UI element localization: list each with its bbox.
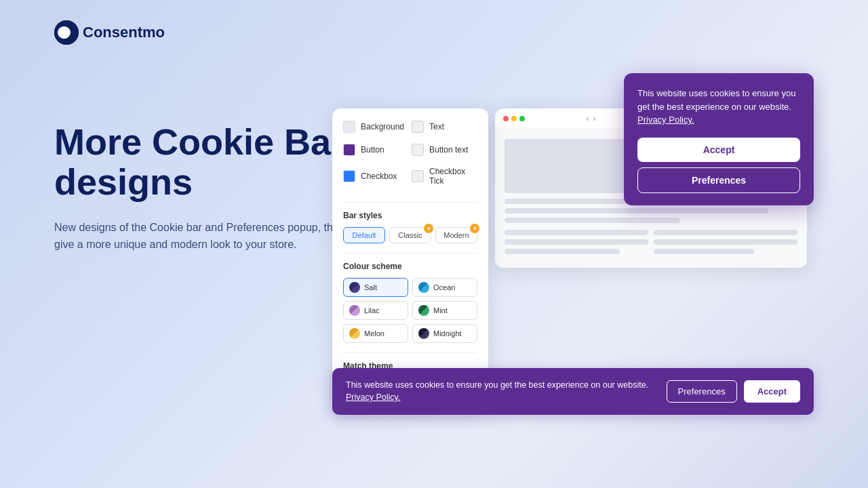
label-button-text: Button text (429, 145, 468, 155)
color-row-checkbox-tick: Checkbox Tick (412, 167, 477, 186)
dot-green (519, 116, 525, 121)
scheme-label-lilac: Lilac (364, 306, 380, 314)
logo: Consentmo (54, 20, 165, 45)
scheme-lilac[interactable]: Lilac (343, 301, 408, 320)
logo-text: Consentmo (83, 24, 165, 41)
settings-panel: Background Text Button Button text Check… (332, 108, 488, 410)
scheme-dot-melon (349, 328, 360, 339)
skeleton-col2-2 (654, 239, 797, 245)
skeleton-col1-2 (505, 239, 648, 245)
scheme-salt[interactable]: Salt (343, 278, 408, 297)
divider-1 (343, 202, 477, 203)
cookie-bar-buttons: Preferences Accept (667, 380, 800, 403)
cookie-bar-preferences-button[interactable]: Preferences (667, 380, 737, 403)
cookie-bar-accept-button[interactable]: Accept (744, 380, 800, 403)
colour-scheme-label: Colour scheme (343, 262, 477, 271)
nav-forward: › (593, 114, 596, 123)
skeleton-col2-3 (654, 249, 754, 254)
skeleton-col1-3 (505, 249, 620, 254)
scheme-label-melon: Melon (364, 329, 384, 338)
colors-grid: Background Text Button Button text Check… (343, 121, 477, 192)
classic-badge: ✦ (424, 224, 433, 233)
scheme-label-ocean: Ocean (433, 283, 455, 291)
label-button: Button (361, 145, 384, 155)
scheme-label-mint: Mint (433, 306, 448, 314)
cookie-bar-text: This website uses cookies to ensure you … (346, 379, 656, 405)
scheme-ocean[interactable]: Ocean (412, 278, 477, 297)
scheme-dot-lilac (349, 305, 360, 316)
browser-nav: ‹ › (587, 114, 596, 123)
color-row-button: Button (343, 144, 409, 156)
bar-styles-row: Default Classic ✦ Modern ✦ (343, 227, 477, 243)
browser-dots (503, 116, 525, 121)
svg-point-2 (60, 29, 67, 36)
scheme-mint[interactable]: Mint (412, 301, 477, 320)
nav-back: ‹ (587, 114, 589, 123)
modern-badge: ✦ (470, 224, 479, 233)
logo-icon (54, 20, 79, 45)
divider-3 (343, 352, 477, 353)
scheme-dot-ocean (418, 282, 429, 293)
cookie-bar-bottom: This website uses cookies to ensure you … (332, 368, 814, 415)
swatch-text (412, 121, 424, 133)
divider-2 (343, 253, 477, 253)
scheme-dot-midnight (418, 328, 429, 339)
skeleton-col2-1 (654, 230, 797, 235)
swatch-button-text (412, 144, 424, 156)
scheme-dot-salt (349, 282, 360, 293)
scheme-grid: Salt Ocean Lilac Mint Melon Midnight (343, 278, 477, 343)
hero-subtitle: New designs of the Cookie bar and Prefer… (54, 219, 359, 253)
label-background: Background (361, 122, 404, 131)
svg-point-0 (54, 20, 79, 45)
cookie-popup-top: This website uses cookies to ensure you … (624, 73, 814, 205)
scheme-midnight[interactable]: Midnight (412, 324, 477, 343)
swatch-button (343, 144, 355, 156)
skeleton-line-2 (505, 208, 768, 214)
color-row-checkbox: Checkbox (343, 167, 409, 186)
swatch-checkbox (343, 170, 355, 182)
scheme-label-salt: Salt (364, 283, 377, 291)
bar-styles-label: Bar styles (343, 211, 477, 220)
style-btn-classic[interactable]: Classic ✦ (389, 227, 431, 243)
scheme-dot-mint (418, 305, 429, 316)
swatch-background (343, 121, 355, 133)
scheme-melon[interactable]: Melon (343, 324, 408, 343)
scheme-label-midnight: Midnight (433, 329, 462, 338)
skeleton-col1-1 (505, 230, 648, 235)
cookie-popup-accept-button[interactable]: Accept (637, 138, 800, 162)
dot-red (503, 116, 509, 121)
svg-point-1 (58, 26, 70, 39)
cookie-popup-preferences-button[interactable]: Preferences (637, 167, 800, 193)
color-row-background: Background (343, 121, 409, 133)
label-checkbox: Checkbox (361, 171, 397, 181)
style-btn-default[interactable]: Default (343, 227, 385, 243)
color-row-text: Text (412, 121, 477, 133)
hero-title: More Cookie Bar designs (54, 122, 359, 203)
dot-yellow (511, 116, 517, 121)
hero-section: More Cookie Bar designs New designs of t… (54, 122, 359, 253)
cookie-popup-privacy-link[interactable]: Privacy Policy. (637, 115, 694, 125)
swatch-checkbox-tick (412, 170, 424, 182)
cookie-bar-privacy-link[interactable]: Privacy Policy. (346, 392, 400, 402)
style-btn-modern[interactable]: Modern ✦ (435, 227, 477, 243)
cookie-popup-text: This website uses cookies to ensure you … (637, 87, 800, 127)
skeleton-line-3 (505, 218, 680, 223)
color-row-button-text: Button text (412, 144, 477, 156)
label-checkbox-tick: Checkbox Tick (429, 167, 477, 186)
label-text: Text (429, 122, 444, 131)
